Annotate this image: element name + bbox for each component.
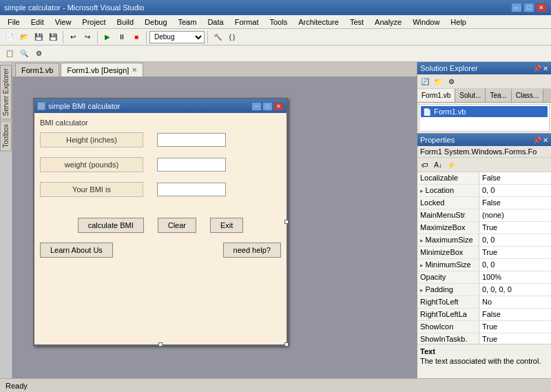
tb2-btn1[interactable]: 📋	[3, 47, 17, 61]
pause-btn[interactable]: ⏸	[115, 30, 129, 44]
menu-test[interactable]: Test	[345, 16, 368, 28]
status-text: Ready	[6, 382, 28, 390]
prop-row[interactable]: MaximizeBoxTrue	[417, 222, 551, 234]
need-help-button[interactable]: need help?	[223, 243, 281, 258]
menu-build[interactable]: Build	[112, 16, 138, 28]
bmi-output[interactable]	[157, 183, 226, 196]
menu-debug[interactable]: Debug	[140, 16, 171, 28]
menu-edit[interactable]: Edit	[26, 16, 49, 28]
prop-row[interactable]: Opacity100%	[417, 271, 551, 284]
menu-view[interactable]: View	[50, 16, 76, 28]
undo-btn[interactable]: ↩	[66, 30, 80, 44]
prop-row[interactable]: LockedFalse	[417, 197, 551, 209]
prop-row[interactable]: ShowIconTrue	[417, 321, 551, 333]
sep4	[207, 31, 208, 43]
form-close-btn[interactable]: ✕	[273, 102, 284, 111]
prop-value: 0, 0, 0, 0	[479, 284, 551, 296]
prop-row[interactable]: MinimizeBoxTrue	[417, 247, 551, 259]
debug-config-select[interactable]: Debug Release	[149, 31, 205, 43]
menu-tools[interactable]: Tools	[265, 16, 293, 28]
menu-data[interactable]: Data	[202, 16, 228, 28]
close-button[interactable]: ✕	[536, 3, 547, 12]
form-titlebar: simple BMI calculator ─ □ ✕	[34, 99, 287, 113]
save-all-btn[interactable]: 💾	[46, 30, 60, 44]
properties-object-name: Form1 System.Windows.Forms.Fo	[420, 147, 537, 156]
refresh-btn[interactable]: 🔄	[419, 75, 431, 87]
start-btn[interactable]: ▶	[101, 30, 114, 44]
tab-form1-design[interactable]: Form1.vb [Design] ✕	[61, 63, 143, 76]
menu-help[interactable]: Help	[446, 16, 471, 28]
resize-handle-br[interactable]	[284, 342, 289, 347]
props-close[interactable]: ✕	[543, 136, 548, 144]
clear-button[interactable]: Clear	[158, 218, 196, 233]
auto-hide-pin[interactable]: 📌	[533, 65, 541, 72]
menu-analyze[interactable]: Analyze	[370, 16, 406, 28]
bmi-label: Your BMI is	[40, 182, 143, 197]
tb2-btn2[interactable]: 🔍	[17, 47, 31, 61]
tab-form1-design-label: Form1.vb [Design]	[67, 66, 129, 74]
right-tab-bar: Form1.vb Solut... Tea... Class...	[417, 89, 551, 103]
show-all-files-btn[interactable]: 📁	[432, 75, 444, 87]
build-btn[interactable]: 🔨	[211, 30, 225, 44]
designer-canvas[interactable]: simple BMI calculator ─ □ ✕ BMI calculat…	[12, 77, 417, 378]
menu-architecture[interactable]: Architecture	[293, 16, 344, 28]
prop-row[interactable]: MainMenuStr(none)	[417, 209, 551, 222]
props-pin[interactable]: 📌	[533, 136, 541, 144]
prop-value: True	[479, 333, 551, 344]
menu-file[interactable]: File	[3, 16, 25, 28]
maximize-button[interactable]: □	[523, 3, 534, 12]
redo-btn[interactable]: ↪	[81, 30, 94, 44]
prop-row[interactable]: RightToLeftLaFalse	[417, 309, 551, 321]
menu-window[interactable]: Window	[408, 16, 444, 28]
weight-input[interactable]	[157, 158, 226, 172]
prop-row[interactable]: ShowInTaskb.True	[417, 333, 551, 344]
calculate-bmi-button[interactable]: calculate BMI	[78, 218, 144, 233]
form-maximize-btn[interactable]: □	[262, 102, 273, 111]
prop-row[interactable]: LocalizableFalse	[417, 172, 551, 185]
props-cat-btn[interactable]: 🏷	[419, 158, 431, 171]
stop-btn[interactable]: ■	[129, 30, 143, 44]
properties-description: Text The text associated with the contro…	[417, 344, 551, 378]
right-tab-solution[interactable]: Solut...	[455, 89, 486, 102]
menu-team[interactable]: Team	[174, 16, 202, 28]
form-bmi-label: BMI calculator	[40, 118, 281, 127]
height-input[interactable]	[157, 133, 226, 147]
props-events-btn[interactable]: ⚡	[445, 158, 457, 171]
close-panel-icon[interactable]: ✕	[543, 65, 548, 72]
right-tab-class[interactable]: Class...	[512, 89, 543, 102]
tb2-btn3[interactable]: ⚙	[32, 47, 45, 61]
prop-row[interactable]: Location0, 0	[417, 185, 551, 197]
exit-button[interactable]: Exit	[210, 218, 243, 233]
new-project-btn[interactable]: 📄	[3, 30, 17, 44]
solution-explorer-toolbar: 🔄 📁 ⚙	[417, 74, 551, 89]
tab-form1-vb[interactable]: Form1.vb	[15, 63, 59, 76]
learn-about-button[interactable]: Learn About Us	[40, 243, 113, 258]
toolbox-tab[interactable]: Toolbox	[0, 121, 12, 151]
props-desc-body: The text associated with the control.	[420, 357, 548, 365]
minimize-button[interactable]: ─	[511, 3, 522, 12]
tree-item-form1[interactable]: 📄 Form1.vb	[421, 106, 548, 117]
right-tab-tea-label: Tea...	[490, 92, 506, 99]
close-tab-icon[interactable]: ✕	[132, 66, 137, 74]
save-btn[interactable]: 💾	[32, 30, 45, 44]
solution-explorer-title: Solution Explorer	[420, 64, 478, 72]
resize-handle-right[interactable]	[284, 220, 289, 224]
prop-row[interactable]: MinimumSize0, 0	[417, 259, 551, 271]
form-designer-window[interactable]: simple BMI calculator ─ □ ✕ BMI calculat…	[33, 98, 288, 346]
properties-btn-se[interactable]: ⚙	[445, 75, 457, 87]
menu-project[interactable]: Project	[77, 16, 110, 28]
props-alpha-btn[interactable]: A↓	[432, 158, 444, 171]
comment-btn[interactable]: { }	[225, 30, 239, 44]
prop-row[interactable]: MaximumSize0, 0	[417, 234, 551, 247]
tree-item-form1-label: Form1.vb	[434, 107, 466, 116]
right-tab-form1[interactable]: Form1.vb	[417, 89, 455, 102]
open-btn[interactable]: 📂	[17, 30, 31, 44]
resize-handle-bottom[interactable]	[158, 342, 163, 347]
server-explorer-tab[interactable]: Server Explorer	[0, 65, 12, 119]
form-minimize-btn[interactable]: ─	[251, 102, 262, 111]
prop-row[interactable]: Padding0, 0, 0, 0	[417, 284, 551, 296]
prop-row[interactable]: RightToLeftNo	[417, 296, 551, 309]
prop-name: ShowInTaskb.	[417, 333, 479, 344]
menu-format[interactable]: Format	[230, 16, 264, 28]
right-tab-tea[interactable]: Tea...	[486, 89, 511, 102]
